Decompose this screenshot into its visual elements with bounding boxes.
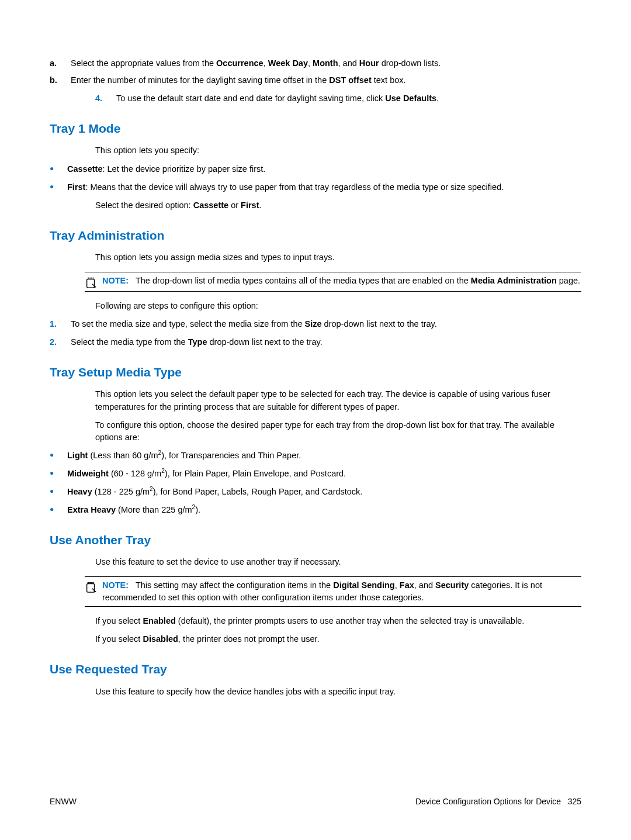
traysetup-p2: To configure this option, choose the des… — [95, 419, 581, 444]
bullet-midweight: Midweight (60 - 128 g/m2), for Plain Pap… — [50, 468, 581, 480]
note-label: NOTE: — [102, 580, 129, 590]
traysetup-p1: This option lets you select the default … — [95, 388, 581, 413]
trayadmin-step-2: 2. Select the media type from the Type d… — [50, 336, 581, 348]
page-footer: ENWW Device Configuration Options for De… — [50, 797, 581, 806]
userequested-intro: Use this feature to specify how the devi… — [95, 686, 581, 698]
useanother-p1: If you select Enabled (default), the pri… — [95, 615, 581, 627]
note-trayadmin: NOTE: The drop-down list of media types … — [85, 272, 581, 292]
top-steps: 4. To use the default start date and end… — [95, 92, 581, 105]
substep-b-text: Enter the number of minutes for the dayl… — [71, 75, 406, 85]
trayadmin-intro: This option lets you assign media sizes … — [95, 251, 581, 264]
trayadmin-steps: 1. To set the media size and type, selec… — [50, 318, 581, 348]
note-label: NOTE: — [102, 276, 129, 285]
substep-a-text: Select the appropriate values from the O… — [71, 58, 441, 68]
substep-a: a. Select the appropriate values from th… — [50, 57, 581, 70]
heading-use-another: Use Another Tray — [50, 531, 581, 549]
note-trayadmin-text: NOTE: The drop-down list of media types … — [102, 275, 581, 287]
sub-list-letters: a. Select the appropriate values from th… — [50, 57, 581, 87]
svg-rect-1 — [87, 584, 95, 593]
footer-left: ENWW — [50, 797, 77, 806]
bullet-light: Light (Less than 60 g/m2), for Transpare… — [50, 450, 581, 462]
bullet-heavy: Heavy (128 - 225 g/m2), for Bond Paper, … — [50, 486, 581, 498]
note-icon — [85, 276, 98, 289]
step-4: 4. To use the default start date and end… — [95, 92, 581, 105]
substep-b-marker: b. — [50, 74, 57, 87]
useanother-p2: If you select Disabled, the printer does… — [95, 633, 581, 645]
step-4-text: To use the default start date and end da… — [116, 94, 439, 103]
bullet-first: First: Means that the device will always… — [50, 181, 581, 193]
footer-right: Device Configuration Options for Device … — [415, 797, 581, 806]
tray1-select: Select the desired option: Cassette or F… — [95, 199, 581, 212]
bullet-extra-heavy: Extra Heavy (More than 225 g/m2). — [50, 504, 581, 516]
tray1-intro: This option lets you specify: — [95, 144, 581, 157]
note-icon — [85, 580, 98, 593]
trayadmin-step-1: 1. To set the media size and type, selec… — [50, 318, 581, 330]
note-useanother: NOTE: This setting may affect the config… — [85, 576, 581, 607]
bullet-cassette: Cassette: Let the device prioritize by p… — [50, 163, 581, 175]
heading-tray-setup: Tray Setup Media Type — [50, 364, 581, 381]
tray1-bullets: Cassette: Let the device prioritize by p… — [50, 163, 581, 193]
note-useanother-text: NOTE: This setting may affect the config… — [102, 579, 581, 604]
heading-tray-admin: Tray Administration — [50, 227, 581, 244]
useanother-intro: Use this feature to set the device to us… — [95, 556, 581, 568]
svg-rect-0 — [87, 279, 95, 288]
substep-a-marker: a. — [50, 57, 57, 70]
heading-tray1-mode: Tray 1 Mode — [50, 120, 581, 137]
traysetup-bullets: Light (Less than 60 g/m2), for Transpare… — [50, 450, 581, 516]
trayadmin-follow: Following are steps to configure this op… — [95, 300, 581, 312]
heading-use-requested: Use Requested Tray — [50, 661, 581, 678]
substep-b: b. Enter the number of minutes for the d… — [50, 74, 581, 87]
step-4-marker: 4. — [95, 92, 102, 105]
